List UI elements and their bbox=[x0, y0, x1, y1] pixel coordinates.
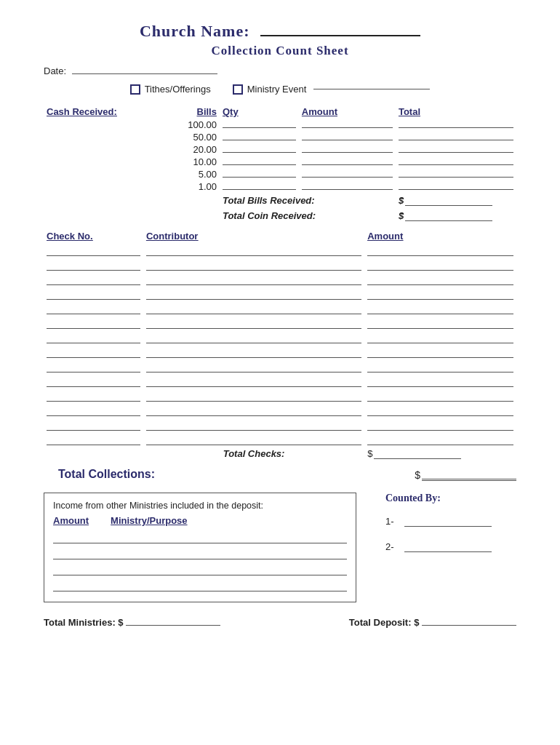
total-bills-row: Total Bills Received: $ bbox=[44, 193, 516, 208]
checkno-field[interactable] bbox=[47, 434, 140, 445]
amount-field[interactable] bbox=[302, 140, 393, 140]
total-col-header: Total bbox=[399, 106, 420, 117]
contributor-field[interactable] bbox=[146, 288, 361, 300]
amount-field[interactable] bbox=[302, 127, 393, 128]
checkno-field[interactable] bbox=[47, 303, 140, 314]
amount-field[interactable] bbox=[302, 177, 393, 178]
contributor-field[interactable] bbox=[146, 361, 361, 372]
bill-value: 50.00 bbox=[158, 131, 220, 143]
cash-row: 1.00 bbox=[44, 180, 516, 193]
check-amount-field[interactable] bbox=[367, 317, 513, 329]
checkno-col-header: Check No. bbox=[47, 231, 93, 242]
contributor-field[interactable] bbox=[146, 419, 361, 431]
contributor-field[interactable] bbox=[146, 390, 361, 402]
total-field[interactable] bbox=[399, 127, 513, 128]
contributor-field[interactable] bbox=[146, 303, 361, 314]
check-amount-field[interactable] bbox=[367, 390, 513, 402]
qty-field[interactable] bbox=[223, 140, 296, 140]
checkno-field[interactable] bbox=[47, 274, 140, 285]
counted-by-section: Counted By: 1- 2- bbox=[371, 493, 516, 602]
footer-row: Total Ministries: $ Total Deposit: $ bbox=[44, 617, 516, 628]
cash-table: Cash Received: Bills Qty Amount Total 10… bbox=[44, 105, 516, 223]
total-coin-field[interactable]: $ bbox=[399, 210, 492, 221]
checkno-field[interactable] bbox=[47, 244, 140, 256]
ministry-checkbox-item[interactable]: Ministry Event bbox=[233, 84, 431, 95]
bills-col-header: Bills bbox=[197, 106, 217, 117]
total-field[interactable] bbox=[399, 152, 513, 153]
checkno-field[interactable] bbox=[47, 332, 140, 343]
check-amount-field[interactable] bbox=[367, 419, 513, 431]
counted-by-2-field[interactable] bbox=[404, 551, 492, 552]
total-checks-label: Total Checks: bbox=[223, 448, 285, 459]
cash-received-header: Cash Received: bbox=[47, 106, 117, 117]
check-amount-field[interactable] bbox=[367, 346, 513, 358]
check-amount-field[interactable] bbox=[367, 332, 513, 343]
church-name-field[interactable] bbox=[260, 35, 420, 36]
checkno-field[interactable] bbox=[47, 259, 140, 271]
contributor-field[interactable] bbox=[146, 346, 361, 358]
checkno-field[interactable] bbox=[47, 361, 140, 372]
total-field[interactable] bbox=[399, 140, 513, 140]
check-row bbox=[44, 403, 516, 418]
check-amount-field[interactable] bbox=[367, 361, 513, 372]
date-field[interactable] bbox=[72, 73, 217, 74]
contributor-field[interactable] bbox=[146, 259, 361, 271]
amount-field[interactable] bbox=[302, 164, 393, 165]
contributor-field[interactable] bbox=[146, 375, 361, 387]
qty-field[interactable] bbox=[223, 189, 296, 190]
qty-field[interactable] bbox=[223, 177, 296, 178]
checkno-field[interactable] bbox=[47, 288, 140, 300]
ministries-amount-header: Amount bbox=[53, 515, 89, 526]
ministry-row[interactable] bbox=[53, 562, 347, 575]
counted-by-1-field[interactable] bbox=[404, 526, 492, 527]
ministries-ministry-header: Ministry/Purpose bbox=[111, 515, 187, 526]
tithes-checkbox[interactable] bbox=[130, 84, 140, 95]
checkno-field[interactable] bbox=[47, 390, 140, 402]
total-checks-field[interactable]: $ bbox=[367, 448, 461, 459]
check-amount-field[interactable] bbox=[367, 303, 513, 314]
amount-field[interactable] bbox=[302, 189, 393, 190]
qty-field[interactable] bbox=[223, 127, 296, 128]
tithes-label: Tithes/Offerings bbox=[145, 84, 211, 95]
check-amount-field[interactable] bbox=[367, 405, 513, 416]
check-amount-field[interactable] bbox=[367, 434, 513, 445]
contributor-field[interactable] bbox=[146, 434, 361, 445]
total-field[interactable] bbox=[399, 177, 513, 178]
total-field[interactable] bbox=[399, 164, 513, 165]
ministry-row[interactable] bbox=[53, 546, 347, 559]
check-amount-field[interactable] bbox=[367, 259, 513, 271]
contributor-field[interactable] bbox=[146, 244, 361, 256]
checkno-field[interactable] bbox=[47, 317, 140, 329]
check-amount-field[interactable] bbox=[367, 288, 513, 300]
total-bills-field[interactable]: $ bbox=[399, 195, 492, 206]
contributor-field[interactable] bbox=[146, 405, 361, 416]
check-amount-field[interactable] bbox=[367, 244, 513, 256]
ministry-event-field[interactable] bbox=[313, 89, 430, 89]
counted-by-field-1: 1- bbox=[385, 516, 516, 527]
total-deposit-footer-field[interactable] bbox=[422, 625, 516, 626]
contributor-field[interactable] bbox=[146, 317, 361, 329]
check-row bbox=[44, 432, 516, 447]
cash-row: 5.00 bbox=[44, 168, 516, 180]
qty-field[interactable] bbox=[223, 152, 296, 153]
contributor-field[interactable] bbox=[146, 274, 361, 285]
ministry-row[interactable] bbox=[53, 530, 347, 543]
checkno-field[interactable] bbox=[47, 419, 140, 431]
qty-field[interactable] bbox=[223, 164, 296, 165]
total-ministries-footer-field[interactable] bbox=[126, 625, 220, 626]
checkno-field[interactable] bbox=[47, 346, 140, 358]
total-deposit-footer-label: Total Deposit: $ bbox=[349, 617, 420, 628]
checkno-field[interactable] bbox=[47, 405, 140, 416]
ministry-row[interactable] bbox=[53, 578, 347, 591]
amount-field[interactable] bbox=[302, 152, 393, 153]
total-collections-field[interactable]: $ bbox=[415, 469, 516, 481]
checkno-field[interactable] bbox=[47, 375, 140, 387]
contributor-col-header: Contributor bbox=[146, 231, 198, 242]
check-amount-field[interactable] bbox=[367, 375, 513, 387]
check-amount-field[interactable] bbox=[367, 274, 513, 285]
checkamt-col-header: Amount bbox=[367, 231, 403, 242]
contributor-field[interactable] bbox=[146, 332, 361, 343]
ministry-checkbox[interactable] bbox=[233, 84, 243, 95]
tithes-checkbox-item[interactable]: Tithes/Offerings bbox=[130, 84, 211, 95]
total-field[interactable] bbox=[399, 189, 513, 190]
